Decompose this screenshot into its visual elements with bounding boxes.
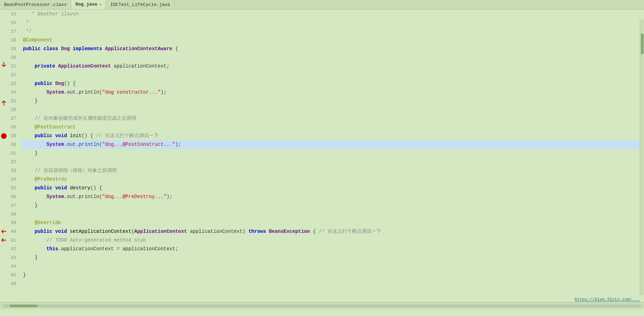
arrow-start-icon [0, 97, 8, 105]
code-text: void [55, 227, 70, 236]
gutter-16 [0, 18, 8, 27]
code-text: . [64, 192, 67, 201]
code-text: . [64, 140, 67, 149]
code-text: "dog constructor..." [102, 88, 161, 97]
code-line-28: @PostConstruct [22, 123, 644, 132]
scroll-v-thumb[interactable] [641, 33, 644, 54]
scroll-h-thumb[interactable] [10, 305, 38, 307]
ln-44: 44 [8, 262, 19, 271]
code-text: } [23, 201, 38, 210]
code-line-37: } [22, 201, 644, 210]
code-text: out [67, 192, 76, 201]
code-line-22 [22, 71, 644, 79]
code-text [23, 79, 35, 88]
code-line-40: public void setApplicationContext(Applic… [22, 227, 644, 236]
code-text: .println( [76, 192, 102, 201]
code-text [23, 132, 35, 140]
ln-36: 36 [8, 192, 19, 201]
code-text: System [46, 88, 64, 97]
ln-37: 37 [8, 201, 19, 210]
status-link[interactable]: https://blog.51cto.com/... [575, 297, 640, 302]
code-line-27: // 在对象创建完成并且属性赋值完成之后调用 [22, 114, 644, 123]
gutter-15 [0, 10, 8, 18]
tab-ioctest[interactable]: IOCTest_LifeCycle.java [106, 0, 175, 9]
status-link-text: https://blog.51cto.com/... [575, 297, 640, 302]
code-text [23, 140, 46, 149]
gutter-33 [0, 166, 8, 175]
gutter-31 [0, 149, 8, 158]
vertical-scrollbar[interactable] [640, 19, 644, 295]
gutter-32 [0, 158, 8, 166]
ln-29: 29 [8, 132, 19, 140]
code-line-45: } [22, 271, 644, 279]
close-icon[interactable]: ✕ [99, 2, 102, 7]
code-line-30: System.out.println("dog...@PostConstruct… [22, 140, 644, 149]
code-text: private [35, 62, 58, 71]
code-line-38 [22, 210, 644, 219]
ln-46: 46 [8, 279, 19, 288]
code-text [23, 192, 46, 201]
code-text: () { [64, 79, 76, 88]
code-text: setApplicationContext [70, 227, 131, 236]
tab-beanpostprocessor[interactable]: BeanPostProcessor.class [0, 0, 71, 9]
gutter-20 [0, 53, 8, 62]
code-text: public [35, 227, 55, 236]
gutter-36 [0, 192, 8, 201]
ln-18: 18 [8, 36, 19, 45]
code-line-34: @PreDestroy [22, 175, 644, 184]
tab-label: IOCTest_LifeCycle.java [110, 2, 170, 7]
code-container: 15 16 17 18 19 20 21 22 23 24 25 26 27 2… [0, 10, 644, 302]
ln-23: 23 [8, 79, 19, 88]
code-line-43: } [22, 253, 644, 262]
code-text: Dog [55, 79, 64, 88]
ln-19: 19 [8, 45, 19, 53]
code-text: * [23, 18, 29, 27]
ln-24: 24 [8, 88, 19, 97]
ln-20: 20 [8, 53, 19, 62]
code-text: @PostConstruct [23, 123, 76, 132]
code-line-16: * [22, 18, 644, 27]
code-text [23, 245, 46, 253]
code-text: ); [175, 140, 181, 149]
code-text: class [44, 45, 61, 53]
gutter-29[interactable] [0, 132, 8, 140]
horizontal-scrollbar[interactable]: https://blog.51cto.com/... [0, 302, 644, 309]
code-text [266, 227, 269, 236]
gutter-45 [0, 271, 8, 279]
gutter-27 [0, 114, 8, 123]
line-numbers-column: 15 16 17 18 19 20 21 22 23 24 25 26 27 2… [8, 10, 22, 302]
ln-27: 27 [8, 114, 19, 123]
code-text [23, 88, 46, 97]
ln-40: 40 [8, 227, 19, 236]
code-text: applicationContext) [187, 227, 248, 236]
code-text: * @author llayun [23, 10, 79, 18]
ln-45: 45 [8, 271, 19, 279]
ln-31: 31 [8, 149, 19, 158]
ln-38: 38 [8, 210, 19, 219]
tab-dog[interactable]: Dog.java ✕ [71, 0, 106, 9]
code-text: public [35, 184, 55, 192]
ln-30: 30 [8, 140, 19, 149]
code-text: implements [73, 45, 105, 53]
code-line-32 [22, 158, 644, 166]
arrow-left-2-icon [0, 236, 8, 245]
code-text [23, 62, 35, 71]
code-text: @Component [23, 36, 52, 45]
ln-43: 43 [8, 253, 19, 262]
ln-32: 32 [8, 158, 19, 166]
gutter-21 [0, 62, 8, 71]
code-line-44 [22, 262, 644, 271]
code-line-15: * @author llayun [22, 10, 644, 18]
ln-35: 35 [8, 184, 19, 192]
code-line-24: System.out.println("dog constructor...")… [22, 88, 644, 97]
code-text: this [46, 245, 58, 253]
gutter-44 [0, 262, 8, 271]
code-text: // 在这儿打个断点调试一下 [96, 132, 159, 140]
code-line-36: System.out.println("dog...@PreDestroy...… [22, 192, 644, 201]
throws-keyword: throws [248, 227, 266, 236]
ln-33: 33 [8, 166, 19, 175]
code-text: // 在容器销毁（移除）对象之前调用 [23, 166, 117, 175]
gutter-35 [0, 184, 8, 192]
gutter-18 [0, 36, 8, 45]
gutter-26 [0, 105, 8, 114]
